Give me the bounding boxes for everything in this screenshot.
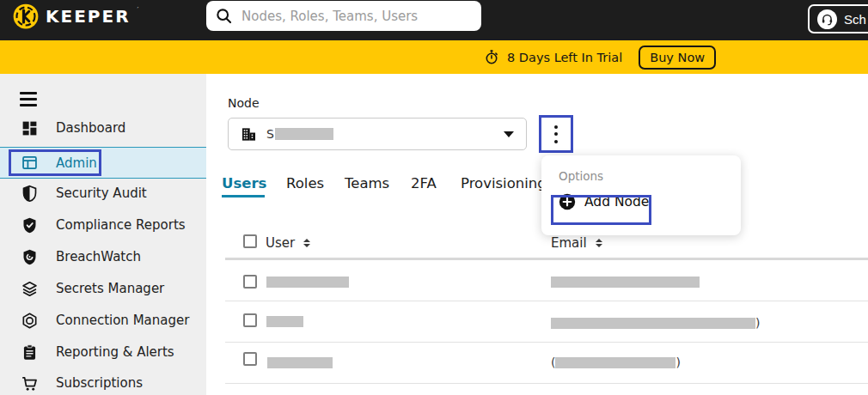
add-node-menu-item[interactable]: Add Node [559, 193, 649, 210]
trial-countdown-text: 8 Days Left In Trial [507, 51, 622, 64]
email-column-label: Email [551, 235, 587, 251]
keeper-logo[interactable]: KEEPER ′ [13, 3, 138, 29]
keeper-admin-console: KEEPER ′ Sch [0, 0, 868, 395]
trial-banner: 8 Days Left In Trial Buy Now [0, 40, 868, 74]
building-icon [241, 126, 257, 143]
sidebar-item-label: Dashboard [56, 120, 125, 136]
node-select-dropdown[interactable]: S [228, 118, 527, 150]
search-icon [215, 7, 233, 25]
row-checkbox[interactable] [243, 275, 257, 289]
sidebar-item-label: Compliance Reports [56, 217, 186, 233]
search-input[interactable] [241, 9, 473, 24]
sidebar-item-dashboard[interactable]: Dashboard [0, 112, 206, 143]
row-divider [225, 383, 868, 384]
email-cell: ) [551, 317, 760, 329]
stopwatch-icon [484, 49, 499, 65]
buy-now-button[interactable]: Buy Now [639, 46, 716, 70]
top-header-bar: KEEPER ′ Sch [0, 0, 868, 40]
sidebar-item-compliance-reports[interactable]: Compliance Reports [0, 210, 206, 240]
brand-wordmark: KEEPER [46, 6, 131, 27]
shield-check-icon [21, 216, 39, 234]
trademark-tick: ′ [138, 7, 139, 15]
user-redaction-bar [267, 357, 333, 368]
row-checkbox[interactable] [243, 352, 257, 366]
email-peek: ) [675, 356, 680, 369]
sort-icon[interactable] [596, 239, 602, 248]
schedule-demo-label: Sch [844, 12, 866, 27]
tab-2fa[interactable]: 2FA [411, 175, 437, 191]
user-redaction-bar [266, 276, 349, 288]
popup-title: Options [559, 169, 603, 183]
user-redaction-bar [266, 316, 303, 327]
dashboard-grid-icon [21, 119, 39, 137]
table-row[interactable]: ( ) [0, 343, 868, 383]
user-column-label: User [266, 235, 295, 251]
sort-icon[interactable] [303, 239, 310, 248]
email-redaction-bar [555, 357, 675, 368]
email-redaction-bar [551, 318, 755, 329]
tab-provisioning[interactable]: Provisioning [461, 175, 547, 191]
email-cell [551, 276, 700, 288]
plus-circle-icon [559, 193, 576, 210]
node-value-redaction-bar [275, 128, 333, 140]
table-row[interactable] [0, 260, 868, 301]
table-row[interactable]: ) [0, 301, 868, 342]
row-checkbox[interactable] [243, 313, 257, 327]
node-field-label: Node [228, 96, 260, 110]
node-selected-value: S [266, 127, 494, 141]
tab-teams[interactable]: Teams [345, 175, 389, 191]
active-tab-underline [222, 195, 265, 198]
admin-panel-icon [21, 154, 39, 172]
keeper-logo-icon [13, 3, 39, 29]
sidebar-item-security-audit[interactable]: Security Audit [0, 178, 206, 209]
tab-users[interactable]: Users [222, 175, 266, 191]
global-search [206, 1, 481, 31]
sidebar-item-admin[interactable]: Admin [0, 147, 206, 179]
headset-icon [817, 9, 837, 29]
sidebar-item-label: Admin [56, 155, 97, 171]
add-node-label: Add Node [584, 194, 649, 210]
email-redaction-bar [551, 276, 700, 288]
email-peek: ) [755, 316, 760, 330]
tab-roles[interactable]: Roles [286, 175, 324, 191]
select-all-checkbox[interactable] [243, 234, 257, 248]
schedule-demo-button[interactable]: Sch [808, 4, 868, 33]
options-popup-menu: Options Add Node [541, 155, 741, 235]
email-cell: ( ) [551, 356, 681, 368]
node-value-visible-char: S [266, 127, 274, 141]
menu-hamburger-icon[interactable] [20, 92, 37, 106]
shield-half-icon [21, 185, 39, 203]
sidebar-item-label: Security Audit [56, 185, 147, 201]
node-options-kebab-button[interactable] [541, 118, 571, 150]
chevron-down-icon [504, 131, 514, 137]
column-header-user[interactable]: User [266, 235, 310, 251]
column-header-email[interactable]: Email [551, 235, 602, 251]
